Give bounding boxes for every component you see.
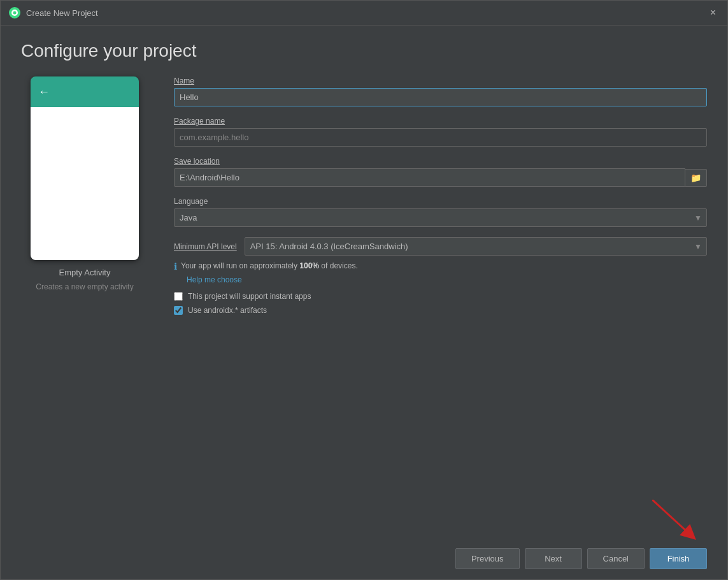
save-location-wrapper: 📁 bbox=[174, 168, 707, 187]
language-label: Language bbox=[174, 197, 707, 206]
cancel-button[interactable]: Cancel bbox=[587, 548, 645, 569]
androidx-label: Use androidx.* artifacts bbox=[188, 306, 267, 315]
save-location-group: Save location 📁 bbox=[174, 157, 707, 187]
api-info-row: ℹ Your app will run on approximately 100… bbox=[174, 261, 707, 272]
close-button[interactable]: × bbox=[706, 6, 720, 20]
title-bar-left: Create New Project bbox=[8, 6, 98, 19]
activity-description: Creates a new empty activity bbox=[29, 282, 139, 291]
back-arrow-icon: ← bbox=[38, 85, 50, 99]
name-group: Name bbox=[174, 76, 707, 106]
dialog-content: Configure your project ← Empty Activity … bbox=[1, 25, 727, 538]
instant-apps-checkbox[interactable] bbox=[174, 292, 183, 301]
phone-preview: ← bbox=[31, 76, 139, 260]
page-title: Configure your project bbox=[21, 41, 707, 61]
language-wrapper: Java Kotlin ▼ bbox=[174, 208, 707, 227]
title-bar: Create New Project × bbox=[1, 1, 727, 25]
footer: Previous Next Cancel Finish bbox=[1, 538, 727, 579]
language-group: Language Java Kotlin ▼ bbox=[174, 197, 707, 227]
instant-apps-label: This project will support instant apps bbox=[188, 292, 311, 301]
activity-label: Empty Activity bbox=[59, 268, 111, 277]
package-name-group: Package name bbox=[174, 117, 707, 147]
package-name-input[interactable] bbox=[174, 128, 707, 147]
androidx-checkbox[interactable] bbox=[174, 306, 183, 315]
info-icon: ℹ bbox=[174, 261, 177, 272]
create-project-dialog: Create New Project × Configure your proj… bbox=[0, 0, 728, 580]
folder-icon: 📁 bbox=[690, 173, 701, 183]
api-level-label: Minimum API level bbox=[174, 242, 237, 251]
previous-button[interactable]: Previous bbox=[455, 548, 520, 569]
save-location-label: Save location bbox=[174, 157, 707, 166]
android-studio-icon bbox=[8, 6, 21, 19]
api-level-select[interactable]: API 15: Android 4.0.3 (IceCreamSandwich)… bbox=[245, 237, 707, 256]
language-select[interactable]: Java Kotlin bbox=[174, 208, 707, 227]
api-info-text: Your app will run on approximately 100% … bbox=[181, 261, 358, 272]
help-me-choose-link[interactable]: Help me choose bbox=[187, 275, 707, 284]
phone-body bbox=[31, 107, 139, 260]
api-select-wrapper: API 15: Android 4.0.3 (IceCreamSandwich)… bbox=[245, 237, 707, 256]
browse-folder-button[interactable]: 📁 bbox=[685, 169, 707, 187]
phone-top-bar: ← bbox=[31, 76, 139, 107]
save-location-input[interactable] bbox=[174, 168, 685, 187]
name-label: Name bbox=[174, 76, 707, 85]
androidx-checkbox-row: Use androidx.* artifacts bbox=[174, 306, 707, 315]
package-name-label: Package name bbox=[174, 117, 707, 126]
api-level-group: Minimum API level API 15: Android 4.0.3 … bbox=[174, 237, 707, 256]
name-input[interactable] bbox=[174, 88, 707, 106]
instant-apps-checkbox-row: This project will support instant apps bbox=[174, 292, 707, 301]
right-panel: Name Package name Save location bbox=[174, 76, 707, 538]
dialog-title: Create New Project bbox=[26, 8, 98, 18]
left-panel: ← Empty Activity Creates a new empty act… bbox=[21, 76, 148, 538]
svg-point-2 bbox=[13, 11, 17, 15]
finish-button[interactable]: Finish bbox=[650, 548, 707, 569]
next-button[interactable]: Next bbox=[525, 548, 582, 569]
main-area: ← Empty Activity Creates a new empty act… bbox=[21, 76, 707, 538]
